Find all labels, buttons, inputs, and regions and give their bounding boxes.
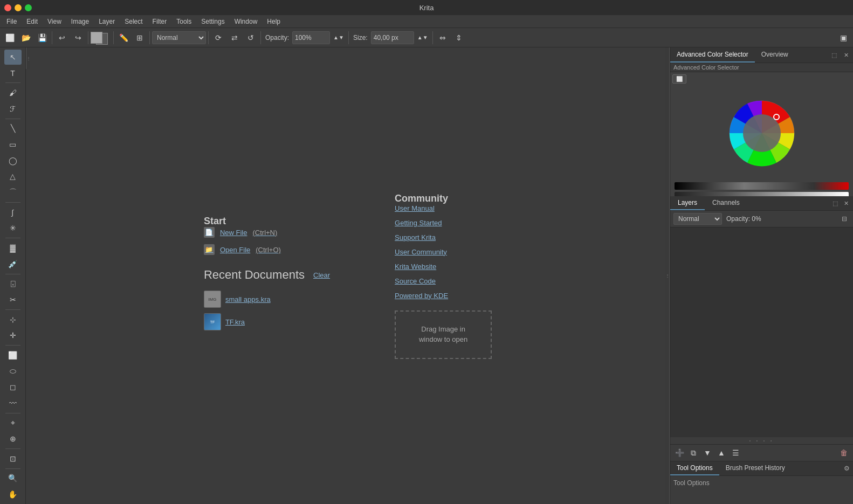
menu-help[interactable]: Help [263, 17, 285, 26]
recent-file-1[interactable]: TF TF.kra [204, 313, 330, 330]
refresh-button[interactable]: ↺ [243, 30, 258, 45]
menu-tools[interactable]: Tools [172, 17, 196, 26]
blend-mode-select[interactable]: Normal [152, 31, 206, 44]
community-link-4[interactable]: Krita Website [395, 263, 492, 271]
layers-filter-button[interactable]: ⊟ [839, 213, 850, 224]
community-link-3[interactable]: User Community [395, 248, 492, 256]
size-input[interactable] [371, 31, 414, 44]
slider-dark[interactable] [675, 182, 849, 190]
polygon-tool[interactable]: △ [4, 169, 22, 184]
rectangular-selection[interactable]: ⬜ [4, 348, 22, 363]
line-tool[interactable]: ╲ [4, 121, 22, 136]
freehand-selection[interactable]: 〰 [4, 396, 22, 411]
brush-tool-button[interactable]: ✏️ [116, 30, 131, 45]
community-link-5[interactable]: Source Code [395, 277, 492, 285]
mirror-horizontal-button[interactable]: ⇔ [435, 30, 450, 45]
color-type-button[interactable]: ⬜ [672, 74, 686, 84]
community-link-6[interactable]: Powered by KDE [395, 292, 492, 300]
swap-color-button[interactable]: ⇄ [227, 30, 242, 45]
minimize-button[interactable] [15, 4, 22, 11]
toolbox-collapse-handle[interactable]: ⋮ [26, 47, 30, 69]
maximize-button[interactable] [25, 4, 32, 11]
tab-channels[interactable]: Channels [705, 196, 747, 210]
menu-window[interactable]: Window [230, 17, 262, 26]
color-wheel-svg[interactable] [727, 98, 797, 168]
community-link-0[interactable]: User Manual [395, 204, 492, 212]
color-selector-close-icon[interactable]: ✕ [841, 50, 851, 60]
opacity-input[interactable] [292, 31, 330, 44]
elliptical-selection[interactable]: ⬭ [4, 364, 22, 379]
menu-image[interactable]: Image [67, 17, 93, 26]
menu-view[interactable]: View [43, 17, 66, 26]
move-tool[interactable]: ✛ [4, 328, 22, 343]
layers-float-icon[interactable]: ⬚ [830, 198, 840, 208]
fill-tool[interactable]: ▓ [4, 240, 22, 256]
opacity-stepper[interactable]: ▲▼ [331, 30, 346, 45]
delete-layer-button[interactable]: 🗑 [838, 447, 850, 459]
menu-select[interactable]: Select [120, 17, 147, 26]
polyline-tool[interactable]: ⌒ [4, 185, 22, 200]
clone-tool[interactable]: ✂ [4, 292, 22, 307]
new-document-button[interactable]: ⬜ [2, 30, 17, 45]
reset-color-button[interactable]: ⟳ [211, 30, 226, 45]
new-file-label[interactable]: New File [220, 229, 247, 237]
open-file-link[interactable]: 📁 Open File (Ctrl+O) [204, 244, 330, 255]
contiguous-selection[interactable]: ⌖ [4, 416, 22, 431]
polygon-selection[interactable]: ◻ [4, 379, 22, 395]
grid-button[interactable]: ⊞ [132, 30, 147, 45]
menu-layer[interactable]: Layer [94, 17, 119, 26]
color-swatches[interactable] [91, 27, 111, 48]
tab-overview[interactable]: Overview [755, 47, 795, 63]
pan-tool[interactable]: ✋ [4, 487, 22, 502]
duplicate-layer-button[interactable]: ⧉ [687, 447, 699, 459]
community-link-2[interactable]: Support Krita [395, 233, 492, 241]
color-selector-body[interactable]: ⬜ [670, 72, 853, 196]
layers-resize-handle[interactable]: • • • • [670, 437, 853, 444]
redo-button[interactable]: ↪ [71, 30, 86, 45]
select-tool[interactable]: ↖ [4, 50, 22, 65]
smart-patch-tool[interactable]: ⌺ [4, 276, 22, 291]
menu-filter[interactable]: Filter [148, 17, 171, 26]
tab-tool-options[interactable]: Tool Options [670, 461, 719, 475]
text-tool[interactable]: T [4, 66, 22, 81]
mirror-vertical-button[interactable]: ⇕ [451, 30, 466, 45]
save-button[interactable]: 💾 [35, 30, 50, 45]
open-file-label[interactable]: Open File [220, 246, 250, 254]
rectangle-tool[interactable]: ▭ [4, 137, 22, 152]
move-layer-up-button[interactable]: ▲ [716, 447, 727, 459]
move-layer-down-button[interactable]: ▼ [701, 447, 713, 459]
window-controls[interactable] [4, 4, 32, 11]
magnetic-selection[interactable]: ⊕ [4, 431, 22, 446]
undo-button[interactable]: ↩ [54, 30, 70, 45]
new-file-link[interactable]: 📄 New File (Ctrl+N) [204, 227, 330, 238]
zoom-tool[interactable]: 🔍 [4, 471, 22, 486]
right-panel-collapse[interactable]: ⋮ [665, 47, 670, 504]
drag-image-area[interactable]: Drag Image in window to open [395, 310, 492, 359]
clear-button[interactable]: Clear [313, 271, 330, 279]
crop-tool[interactable]: ⊡ [4, 451, 22, 466]
multibrush-tool[interactable]: ✳ [4, 221, 22, 236]
recent-filename-0[interactable]: small apps.kra [225, 295, 271, 303]
tab-advanced-color-selector[interactable]: Advanced Color Selector [670, 47, 755, 63]
eyedropper-tool[interactable]: 💉 [4, 257, 22, 272]
slider-mid[interactable] [675, 192, 849, 196]
tab-layers[interactable]: Layers [670, 196, 705, 210]
tool-options-panel-icon[interactable]: ⚙ [844, 465, 853, 472]
recent-file-0[interactable]: IMG small apps.kra [204, 291, 330, 308]
size-stepper[interactable]: ▲▼ [415, 30, 430, 45]
color-wheel-area[interactable] [670, 86, 853, 180]
add-layer-button[interactable]: ➕ [673, 447, 685, 459]
bezier-tool[interactable]: ∫ [4, 205, 22, 220]
tab-brush-preset-history[interactable]: Brush Preset History [719, 461, 792, 475]
layers-close-icon[interactable]: ✕ [841, 198, 851, 208]
freehand-path-tool[interactable]: ℱ [4, 101, 22, 116]
freehand-brush-tool[interactable]: 🖌 [4, 85, 22, 100]
circle-tool[interactable]: ◯ [4, 153, 22, 168]
open-button[interactable]: 📂 [18, 30, 33, 45]
transform-tool[interactable]: ⊹ [4, 312, 22, 327]
foreground-color-swatch[interactable] [91, 32, 102, 44]
menu-edit[interactable]: Edit [22, 17, 42, 26]
recent-filename-1[interactable]: TF.kra [225, 318, 245, 326]
menu-file[interactable]: File [2, 17, 21, 26]
community-link-1[interactable]: Getting Started [395, 219, 492, 227]
